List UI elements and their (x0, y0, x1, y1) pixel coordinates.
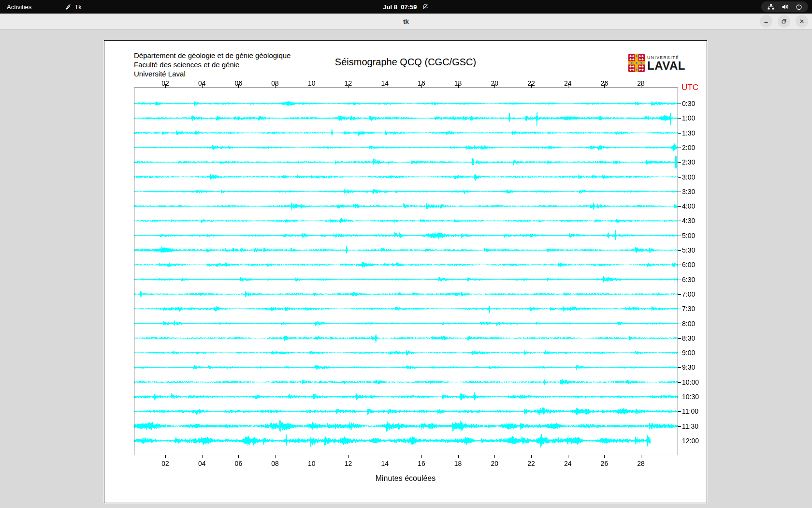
time-label: 5:00 (682, 232, 695, 239)
x-tick-label-top: 12 (341, 79, 356, 87)
x-tick-label-top: 20 (487, 79, 502, 87)
time-label: 4:00 (682, 202, 695, 210)
app-menu-tk[interactable]: Tk (60, 0, 85, 14)
minimize-icon (763, 18, 769, 25)
x-tick-label-bottom: 04 (195, 460, 209, 467)
time-label: 11:30 (682, 422, 698, 430)
seismograph-window: Département de géologie et de génie géol… (104, 40, 707, 503)
time-label: 4:30 (682, 217, 695, 224)
x-tick-label-bottom: 08 (268, 460, 282, 467)
tk-feather-icon (64, 3, 72, 11)
time-label: 7:30 (682, 305, 695, 313)
x-tick-label-bottom: 14 (377, 460, 392, 467)
x-tick-label-bottom: 18 (451, 460, 465, 467)
time-label: 1:00 (682, 114, 695, 122)
quick-settings-pill[interactable] (761, 1, 808, 12)
utc-axis-label: UTC (682, 83, 698, 92)
desktop-background: Département de géologie et de génie géol… (0, 30, 812, 508)
time-label: 5:30 (682, 246, 695, 254)
time-label: 0:30 (682, 100, 695, 107)
x-tick-label-top: 08 (268, 79, 282, 87)
x-tick-label-top: 24 (561, 79, 575, 87)
window-title: tk (0, 14, 812, 30)
x-tick-label-top: 06 (231, 79, 246, 87)
x-tick-label-top: 26 (597, 79, 611, 87)
time-label: 6:30 (682, 276, 695, 284)
restore-icon (781, 18, 787, 25)
x-tick-label-bottom: 22 (524, 460, 538, 467)
x-tick-label-bottom: 26 (597, 460, 611, 467)
time-label: 9:30 (682, 363, 695, 371)
app-menu-label: Tk (74, 3, 81, 11)
x-tick-label-top: 14 (377, 79, 392, 87)
x-tick-label-bottom: 16 (414, 460, 429, 467)
time-label: 10:30 (682, 393, 699, 401)
time-label: 8:00 (682, 320, 695, 328)
time-label: 3:30 (682, 188, 695, 195)
time-label: 1:30 (682, 129, 695, 137)
close-button[interactable] (796, 15, 808, 28)
x-tick-label-top: 02 (158, 79, 173, 87)
window-titlebar: tk (0, 14, 812, 30)
activities-button[interactable]: Activities (0, 0, 38, 14)
clock-button[interactable]: Jul 8 07:59 (383, 0, 429, 14)
x-tick-label-bottom: 06 (231, 460, 246, 467)
x-axis-label: Minutes écoulées (104, 474, 707, 483)
time-label: 9:00 (682, 349, 695, 357)
minimize-button[interactable] (760, 15, 772, 28)
x-tick-label-top: 04 (195, 79, 209, 87)
time-label: 2:00 (682, 144, 695, 151)
power-icon (796, 3, 802, 10)
x-tick-label-top: 10 (304, 79, 319, 87)
clock-label: Jul 8 07:59 (383, 3, 417, 11)
volume-icon (782, 3, 789, 10)
x-tick-label-top: 22 (524, 79, 538, 87)
time-label: 7:00 (682, 290, 695, 298)
x-tick-label-bottom: 20 (487, 460, 502, 467)
x-tick-label-bottom: 24 (561, 460, 575, 467)
x-tick-label-bottom: 10 (304, 460, 319, 467)
time-label: 10:00 (682, 378, 699, 386)
x-tick-label-top: 16 (414, 79, 429, 87)
maximize-restore-button[interactable] (778, 15, 790, 28)
bell-muted-icon (422, 3, 429, 11)
time-label: 3:00 (682, 173, 695, 181)
seismograph-plot (104, 41, 707, 503)
time-label: 6:00 (682, 261, 695, 269)
x-tick-label-top: 28 (634, 79, 648, 87)
time-label: 8:30 (682, 334, 695, 342)
time-label: 11:00 (682, 407, 698, 415)
network-icon (767, 3, 775, 10)
x-tick-label-bottom: 28 (634, 460, 648, 467)
close-icon (798, 18, 805, 25)
x-tick-label-top: 18 (451, 79, 465, 87)
top-bar: Activities Tk Jul 8 07:59 (0, 0, 812, 14)
x-tick-label-bottom: 12 (341, 460, 356, 467)
x-tick-label-bottom: 02 (158, 460, 173, 467)
time-label: 2:30 (682, 158, 695, 166)
time-label: 12:00 (682, 437, 699, 445)
